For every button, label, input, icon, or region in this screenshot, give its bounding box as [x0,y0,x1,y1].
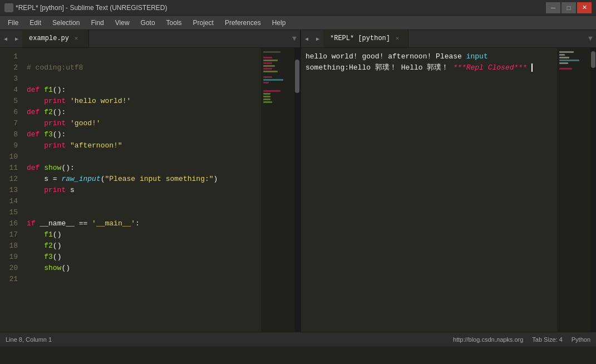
menu-help[interactable]: Help [267,18,292,28]
cursor [531,63,533,72]
line-num-21: 21 [0,274,18,285]
line-num-14: 14 [0,196,18,207]
status-left: Line 8, Column 1 [6,336,52,343]
left-scrollbar[interactable] [294,48,300,332]
left-tab-example-py[interactable]: example.py ✕ [22,30,89,47]
right-tab-close[interactable]: ✕ [393,35,401,42]
line-num-8: 8 [0,129,18,140]
line-num-20: 20 [0,263,18,274]
line-num-6: 6 [0,107,18,118]
right-tab-arrow-next[interactable]: ▶ [312,30,323,47]
line-num-9: 9 [0,140,18,151]
menu-find[interactable]: Find [85,18,109,28]
left-tab-arrow-prev[interactable]: ◀ [0,30,11,47]
left-pane: ◀ ▶ example.py ✕ ▼ 1 2 3 4 5 6 7 8 9 10 … [0,30,301,332]
line-num-10: 10 [0,151,18,163]
status-url: http://blog.csdn.ларks.org [453,336,523,343]
status-position: Line 8, Column 1 [6,336,52,343]
line-num-16: 16 [0,218,18,229]
status-bar: Line 8, Column 1 http://blog.csdn.ларks.… [0,332,596,346]
minimize-button[interactable]: ─ [546,2,560,13]
left-tab-close[interactable]: ✕ [72,35,80,42]
menu-bar: File Edit Selection Find View Goto Tools… [0,16,596,30]
repl-output[interactable]: hello world! good! afternoon! Please inp… [301,48,557,332]
minimap-lines [261,48,294,107]
right-tab-row: ◀ ▶ *REPL* [python] ✕ ▼ [301,30,596,48]
left-tab-arrow-next[interactable]: ▶ [11,30,22,47]
close-button[interactable]: ✕ [577,2,592,13]
line-num-7: 7 [0,118,18,129]
right-minimap [557,48,590,332]
line-num-18: 18 [0,240,18,252]
menu-project[interactable]: Project [188,18,219,28]
right-pane: ◀ ▶ *REPL* [python] ✕ ▼ hello world! goo… [301,30,596,332]
line-num-2: 2 [0,62,18,73]
title-bar: *REPL* [python] - Sublime Text (UNREGIST… [0,0,596,16]
menu-edit[interactable]: Edit [24,18,47,28]
menu-preferences[interactable]: Preferences [219,18,267,28]
menu-selection[interactable]: Selection [47,18,85,28]
left-code-area: 1 2 3 4 5 6 7 8 9 10 11 12 13 14 15 16 1… [0,48,300,332]
line-num-5: 5 [0,96,18,107]
status-syntax: Python [572,336,590,343]
line-num-17: 17 [0,229,18,240]
left-scrollbar-thumb[interactable] [295,60,299,93]
line-num-15: 15 [0,207,18,218]
menu-file[interactable]: File [2,18,24,28]
line-numbers: 1 2 3 4 5 6 7 8 9 10 11 12 13 14 15 16 1… [0,48,22,332]
window-title: *REPL* [python] - Sublime Text (UNREGIST… [16,4,168,12]
left-tab-label: example.py [29,35,69,42]
line-num-4: 4 [0,85,18,96]
right-tab-arrow-prev[interactable]: ◀ [301,30,312,47]
app-icon [4,3,13,12]
right-scrollbar-thumb[interactable] [591,51,595,68]
line-num-3: 3 [0,73,18,85]
repl-output-area: hello world! good! afternoon! Please inp… [301,48,596,332]
status-tab-size: Tab Size: 4 [532,336,562,343]
main-layout: ◀ ▶ example.py ✕ ▼ 1 2 3 4 5 6 7 8 9 10 … [0,30,596,332]
right-tab-dropdown[interactable]: ▼ [585,30,596,47]
line-num-13: 13 [0,185,18,196]
menu-goto[interactable]: Goto [135,18,161,28]
maximize-button[interactable]: □ [561,2,576,13]
minimap [261,48,294,332]
title-bar-left: *REPL* [python] - Sublime Text (UNREGIST… [4,3,168,12]
left-tab-row: ◀ ▶ example.py ✕ ▼ [0,30,300,48]
line-num-11: 11 [0,163,18,174]
status-right: http://blog.csdn.ларks.org Tab Size: 4 P… [453,336,590,343]
line-num-19: 19 [0,252,18,263]
right-minimap-lines [557,48,590,74]
menu-tools[interactable]: Tools [161,18,188,28]
code-content[interactable]: # coding:utf8 def f1(): print 'hello wor… [22,48,261,332]
menu-view[interactable]: View [110,18,135,28]
right-scrollbar[interactable] [590,48,596,332]
right-tab-label: *REPL* [python] [330,35,390,42]
right-tab-repl[interactable]: *REPL* [python] ✕ [323,30,408,47]
line-num-1: 1 [0,51,18,62]
line-num-12: 12 [0,174,18,185]
left-tab-dropdown[interactable]: ▼ [289,30,300,47]
window-controls: ─ □ ✕ [546,2,592,13]
